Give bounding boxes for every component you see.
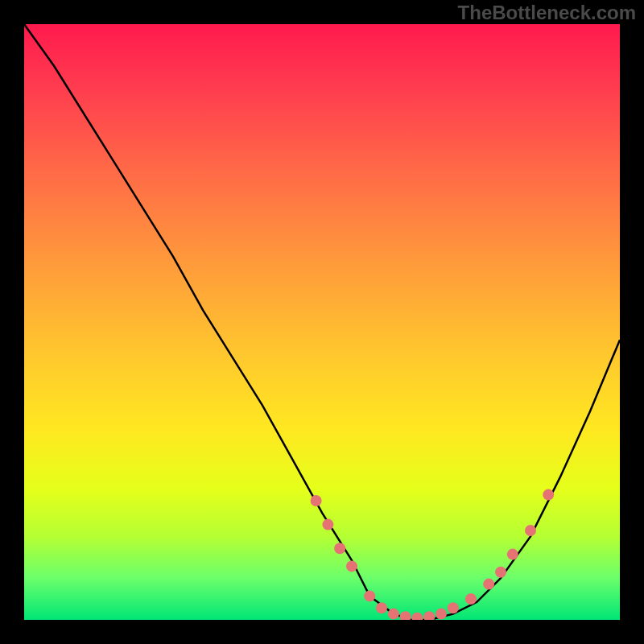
data-marker [507, 549, 518, 560]
data-marker [543, 489, 554, 501]
data-marker [436, 609, 447, 620]
attribution-label: TheBottleneck.com [458, 2, 636, 24]
data-marker [364, 590, 375, 601]
data-marker [423, 611, 435, 620]
marker-group [311, 489, 555, 620]
data-marker [525, 525, 536, 536]
chart-overlay [24, 24, 620, 620]
data-marker [322, 519, 333, 530]
data-marker [334, 543, 345, 554]
data-marker [400, 611, 411, 620]
data-marker [483, 579, 494, 590]
data-marker [311, 495, 322, 506]
data-marker [448, 602, 459, 613]
data-marker [376, 602, 387, 613]
data-marker [495, 567, 506, 578]
data-marker [388, 609, 399, 620]
data-marker [465, 593, 477, 605]
data-marker [411, 613, 423, 620]
data-marker [346, 560, 357, 572]
